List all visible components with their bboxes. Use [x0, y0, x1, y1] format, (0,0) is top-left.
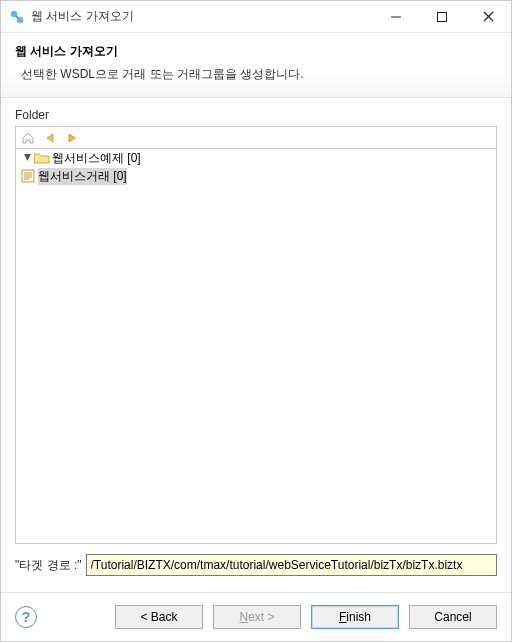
cancel-button[interactable]: Cancel	[409, 605, 497, 629]
folder-label: Folder	[15, 108, 497, 122]
expand-toggle-icon[interactable]	[20, 153, 34, 164]
folder-tree[interactable]: 웹서비스예제 [0] 웹서비스거래 [0]	[15, 148, 497, 544]
back-button[interactable]: < Back	[115, 605, 203, 629]
document-icon	[20, 168, 36, 184]
target-path-input[interactable]	[86, 554, 497, 576]
app-icon	[9, 9, 25, 25]
wizard-heading: 웹 서비스 가져오기	[15, 43, 497, 60]
next-button: Next >	[213, 605, 301, 629]
folder-icon	[34, 150, 50, 166]
maximize-button[interactable]	[419, 1, 465, 32]
help-icon[interactable]: ?	[15, 606, 37, 628]
forward-arrow-icon[interactable]	[64, 130, 80, 146]
finish-button[interactable]: Finish	[311, 605, 399, 629]
tree-root-label: 웹서비스예제 [0]	[52, 150, 141, 167]
tree-row-root[interactable]: 웹서비스예제 [0]	[16, 149, 496, 167]
close-button[interactable]	[465, 1, 511, 32]
tree-row-child[interactable]: 웹서비스거래 [0]	[16, 167, 496, 185]
tree-toolbar	[15, 126, 497, 148]
window-title: 웹 서비스 가져오기	[31, 8, 373, 25]
back-arrow-icon[interactable]	[42, 130, 58, 146]
target-path-label: "타겟 경로 :"	[15, 557, 82, 574]
titlebar: 웹 서비스 가져오기	[1, 1, 511, 33]
tree-child-label: 웹서비스거래 [0]	[38, 168, 127, 185]
wizard-banner: 웹 서비스 가져오기 선택한 WSDL으로 거래 또는 거래그룹을 생성합니다.	[1, 33, 511, 98]
wizard-subtext: 선택한 WSDL으로 거래 또는 거래그룹을 생성합니다.	[15, 66, 497, 83]
home-icon[interactable]	[20, 130, 36, 146]
minimize-button[interactable]	[373, 1, 419, 32]
svg-rect-2	[438, 12, 447, 21]
wizard-footer: ? < Back Next > Finish Cancel	[1, 592, 511, 641]
svg-rect-3	[22, 170, 34, 182]
